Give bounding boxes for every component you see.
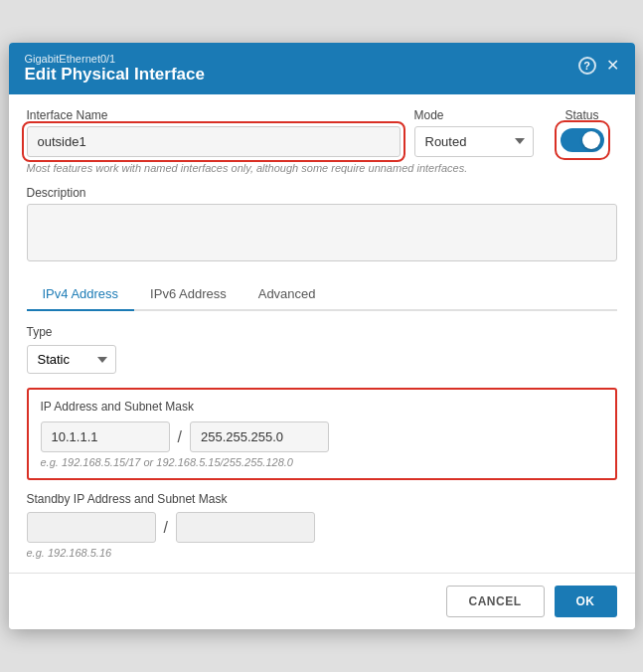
dialog-title: Edit Physical Interface [25,65,205,84]
subnet-mask-input[interactable] [190,421,329,452]
status-toggle[interactable] [561,128,604,152]
description-label: Description [27,186,617,200]
dialog-footer: CANCEL OK [9,573,635,629]
tab-ipv6[interactable]: IPv6 Address [134,278,242,311]
ip-section: IP Address and Subnet Mask / e.g. 192.16… [27,388,617,480]
close-button[interactable]: ✕ [606,58,619,74]
standby-subnet-input[interactable] [176,512,315,543]
standby-label: Standby IP Address and Subnet Mask [27,492,617,506]
standby-ip-input[interactable] [27,512,156,543]
hint-text: Most features work with named interfaces… [27,161,617,176]
interface-name-label: Interface Name [27,108,401,122]
ok-button[interactable]: OK [555,586,617,617]
title-block: GigabitEthernet0/1 Edit Physical Interfa… [25,53,205,84]
header-icons: ? ✕ [578,57,619,75]
tab-ipv4[interactable]: IPv4 Address [27,278,135,311]
edit-interface-dialog: GigabitEthernet0/1 Edit Physical Interfa… [9,43,635,629]
slash-separator: / [178,428,182,446]
status-label: Status [564,108,598,122]
mode-group: Mode Routed Passive BVI [414,108,534,157]
status-group: Status [548,108,617,154]
interface-name-input[interactable] [27,126,401,157]
standby-section: Standby IP Address and Subnet Mask / e.g… [27,492,617,559]
tab-advanced[interactable]: Advanced [242,278,332,311]
type-select[interactable]: Static DHCP PPPoE [27,345,116,374]
ip-section-label: IP Address and Subnet Mask [41,400,603,414]
dialog-body: Interface Name Mode Routed Passive BVI S… [9,94,635,573]
standby-slash: / [164,519,168,537]
description-textarea[interactable] [27,204,617,261]
interface-name-outline [27,126,401,157]
mode-select[interactable]: Routed Passive BVI [414,126,534,157]
ip-hint: e.g. 192.168.5.15/17 or 192.168.5.15/255… [41,456,603,468]
ip-row: / [41,421,603,452]
help-icon[interactable]: ? [578,57,596,75]
ip-address-input[interactable] [41,421,170,452]
interface-name-group: Interface Name [27,108,401,157]
mode-label: Mode [414,108,534,122]
toggle-slider [561,128,604,152]
cancel-button[interactable]: CANCEL [446,586,545,617]
dialog-header: GigabitEthernet0/1 Edit Physical Interfa… [9,43,635,94]
type-label: Type [27,325,617,339]
standby-row: / [27,512,617,543]
top-row: Interface Name Mode Routed Passive BVI S… [27,108,617,157]
status-toggle-wrapper [561,126,604,154]
tabs: IPv4 Address IPv6 Address Advanced [27,278,617,311]
standby-hint: e.g. 192.168.5.16 [27,547,617,559]
dialog-subtitle: GigabitEthernet0/1 [25,53,205,65]
type-wrapper: Type Static DHCP PPPoE [27,325,617,374]
